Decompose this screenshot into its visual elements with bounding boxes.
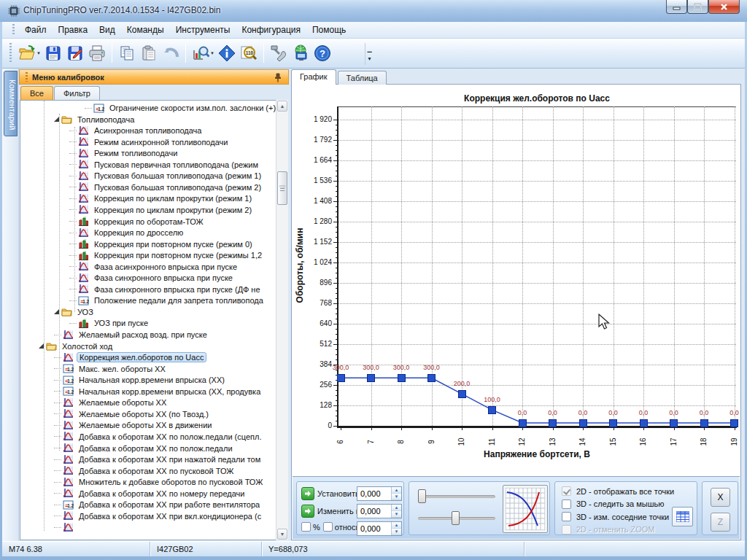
tools-button[interactable] — [268, 42, 290, 64]
scroll-thumb[interactable] — [277, 171, 287, 205]
expand-arrow-icon[interactable] — [54, 309, 59, 314]
tree-item[interactable]: =1.2Макс. жел. обороты ХХ — [54, 363, 168, 375]
sidebar-tab-0[interactable]: Все — [20, 86, 53, 100]
tree-item[interactable]: =1.2Добавка к оборотам ХХ при работе вен… — [54, 499, 262, 510]
tree-item[interactable]: Коррекция по дросселю — [69, 227, 185, 238]
tree-item[interactable]: Пусковая большая топливоподача (режим 2) — [69, 182, 263, 193]
info-button[interactable] — [216, 42, 238, 64]
data-point[interactable] — [398, 374, 406, 382]
internet-button[interactable] — [290, 42, 311, 64]
menu-5[interactable]: Конфигурация — [236, 23, 306, 37]
tree-item[interactable]: Добавка к оборотам ХХ по полож.педали (с… — [54, 431, 264, 443]
data-point[interactable] — [427, 374, 436, 382]
menu-3[interactable]: Команды — [121, 23, 170, 37]
data-point[interactable] — [337, 374, 345, 382]
dropdown-caret-icon[interactable]: ▼ — [36, 51, 41, 55]
apply-change-button[interactable] — [301, 505, 314, 518]
tree-item[interactable]: =1.2Ограничение скорости изм.пол. заслон… — [85, 102, 278, 114]
tree-item[interactable]: Добавка к оборотам ХХ при вкл.кондиционе… — [54, 510, 263, 522]
data-point[interactable] — [488, 406, 496, 414]
x-axis-button[interactable]: X — [711, 488, 730, 507]
h-slider-2[interactable] — [418, 511, 495, 525]
data-point[interactable] — [458, 390, 466, 398]
z-axis-button[interactable]: Z — [711, 513, 730, 532]
change-by-input[interactable]: 0,000 ▲▼ — [357, 504, 402, 518]
tree-item[interactable]: Коррекция при повторном пуске (режим 0) — [69, 238, 255, 250]
curve-preview-button[interactable] — [503, 485, 548, 533]
data-point[interactable] — [730, 419, 738, 427]
minimize-button[interactable] — [666, 0, 687, 14]
data-point[interactable] — [367, 374, 375, 382]
maximize-button[interactable] — [687, 0, 708, 14]
data-point[interactable] — [670, 419, 678, 427]
tree-item[interactable]: Коррекция жел.оборотов по Uacc — [54, 351, 206, 363]
scroll-down-icon[interactable]: ▼ — [277, 529, 287, 540]
sidebar-tab-1[interactable]: Фильтр — [54, 86, 100, 100]
tree-item[interactable]: Фаза синхронного впрыска при пуске — [69, 272, 235, 284]
spinner-arrows[interactable]: ▲▼ — [391, 522, 401, 535]
tree-item[interactable]: Асинхронная топливоподача — [69, 125, 204, 136]
apply-set-button[interactable] — [301, 487, 314, 500]
pin-icon[interactable] — [274, 73, 282, 82]
help-button[interactable]: ? — [311, 42, 333, 64]
chart-search-button[interactable] — [190, 42, 212, 64]
h-slider-1[interactable] — [418, 489, 495, 503]
spinner-arrows[interactable]: ▲▼ — [391, 487, 401, 500]
menu-6[interactable]: Помощь — [306, 23, 352, 37]
tree-item[interactable]: Коррекция по циклам прокрутки (режим 2) — [69, 204, 254, 216]
data-point[interactable] — [700, 419, 708, 427]
slider-thumb[interactable] — [418, 489, 426, 503]
relative-input[interactable]: 0,000 ▲▼ — [357, 521, 402, 536]
tree-item[interactable] — [54, 521, 81, 533]
menu-4[interactable]: Инструменты — [170, 23, 236, 37]
tree-item[interactable]: Желаемые обороты ХХ — [54, 397, 169, 408]
data-point[interactable] — [519, 419, 527, 427]
grid-table-button[interactable] — [672, 507, 693, 526]
expand-arrow-icon[interactable] — [54, 117, 59, 122]
tree-item[interactable]: =1.2Начальная корр.времени впрыска (ХХ) — [54, 374, 227, 386]
menu-0[interactable]: Файл — [19, 23, 53, 37]
view-tab-chart[interactable]: График — [291, 69, 336, 85]
open-file-button[interactable] — [16, 42, 38, 64]
tree-item[interactable]: Желаемые обороты ХХ в движении — [54, 419, 214, 431]
toolbar-grip[interactable] — [9, 43, 12, 63]
percent-checkbox[interactable] — [301, 522, 311, 532]
tree-item[interactable]: =1.2Начальная корр.времени впрыска (ХХ, … — [54, 386, 263, 397]
scroll-up-icon[interactable]: ▲ — [277, 101, 287, 112]
toolbar-overflow-icon[interactable]: ▔▾ — [365, 43, 374, 65]
data-point[interactable] — [640, 419, 648, 427]
view-tab-table[interactable]: Таблица — [338, 71, 387, 85]
tree-item[interactable]: Пусковая большая топливоподача (режим 1) — [69, 170, 263, 182]
tree-item[interactable]: Фаза синхронного впрыска при пуске (ДФ н… — [69, 284, 263, 295]
checkbox-1[interactable] — [562, 499, 571, 509]
menu-grip[interactable] — [12, 24, 15, 35]
data-point[interactable] — [609, 419, 617, 427]
title-bar[interactable]: ChipTuningPRO ver.7.2014.0.1534 - I427GB… — [0, 0, 747, 22]
save-as-button[interactable] — [64, 42, 86, 64]
tree-item[interactable]: Добавка к оборотам ХХ по полож.педали — [54, 443, 235, 454]
paste-button[interactable] — [138, 42, 160, 64]
close-button[interactable] — [708, 0, 740, 14]
tree-item[interactable]: Желаемые обороты ХХ (по Твозд.) — [54, 408, 211, 420]
checkbox-3[interactable] — [562, 525, 571, 534]
data-point[interactable] — [549, 419, 557, 427]
tree-item[interactable]: Желаемый расход возд. при пуске — [54, 329, 209, 341]
tree-item[interactable]: Добавка к оборотам ХХ при нажатой педали… — [54, 454, 263, 465]
print-button[interactable] — [86, 42, 108, 64]
copy-button[interactable] — [116, 42, 138, 64]
tree-item[interactable]: Добавка к оборотам ХХ по номеру передачи — [54, 488, 247, 499]
tree-item[interactable]: УОЗ при пуске — [69, 317, 150, 329]
tree-item[interactable]: УОЗ — [54, 306, 96, 318]
zoom-110-button[interactable]: 110 — [238, 42, 260, 64]
spinner-arrows[interactable]: ▲▼ — [391, 505, 401, 518]
tree-item[interactable]: Топливоподача — [54, 114, 136, 125]
undo-button[interactable] — [160, 42, 182, 64]
tree-item[interactable]: Пусковая первичная топливоподача (режим — [69, 159, 260, 171]
tree-item[interactable]: Коррекция при повторном пуске (режимы 1,… — [69, 249, 264, 261]
tree-item[interactable]: =1.2Положение педали для запрета топливо… — [69, 295, 266, 306]
tree-item[interactable]: Коррекция по циклам прокрутки (режим 1) — [69, 192, 254, 204]
tree-item[interactable]: Холостой ход — [39, 341, 115, 352]
menu-2[interactable]: Вид — [93, 23, 121, 37]
menu-1[interactable]: Правка — [53, 23, 94, 37]
save-button[interactable] — [42, 42, 64, 64]
